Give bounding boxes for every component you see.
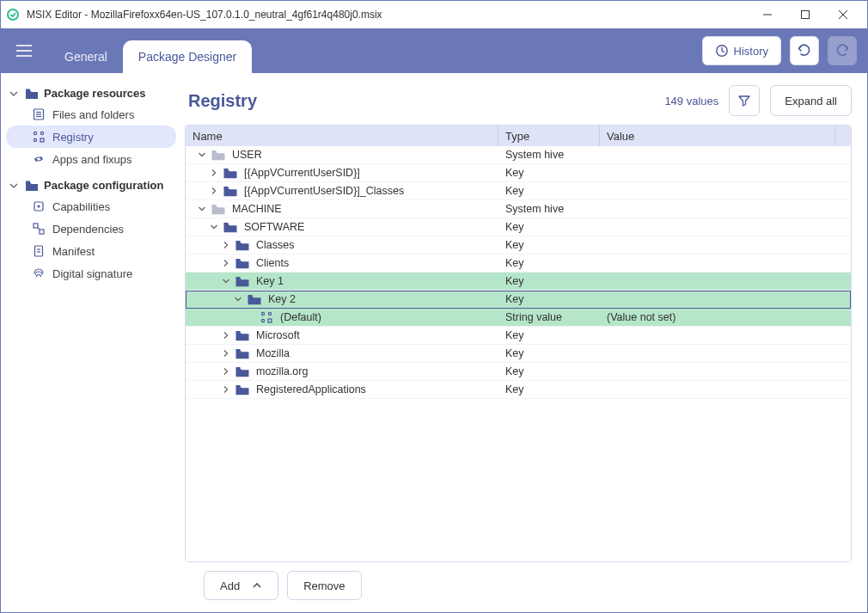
main: Registry 149 values Expand all Name Type… (181, 73, 867, 612)
folder-icon (211, 149, 225, 161)
table-row[interactable]: RegisteredApplicationsKey (186, 381, 851, 399)
folder-icon (211, 203, 225, 215)
cell-type: Key (498, 275, 600, 287)
table-row[interactable]: mozilla.orgKey (186, 363, 851, 381)
folder-icon (235, 383, 249, 395)
cell-name: (Default) (186, 311, 498, 323)
sidebar-item-dependencies[interactable]: Dependencies (6, 218, 176, 240)
registry-value-icon (260, 311, 273, 323)
row-label: Key 2 (268, 293, 296, 305)
chevron-down-icon[interactable] (232, 295, 244, 303)
column-name[interactable]: Name (186, 126, 498, 146)
column-type[interactable]: Type (498, 126, 600, 146)
folder-icon (248, 293, 261, 305)
sidebar-header-config[interactable]: Package configuration (6, 175, 176, 195)
table-row[interactable]: SOFTWAREKey (186, 218, 851, 236)
chevron-right-icon[interactable] (220, 259, 232, 267)
folder-icon (235, 365, 249, 377)
cell-type: String value (498, 311, 600, 323)
cell-type: Key (498, 293, 600, 305)
svg-rect-43 (236, 385, 241, 387)
svg-point-36 (261, 312, 264, 315)
close-button[interactable] (824, 3, 862, 27)
svg-rect-24 (35, 246, 43, 256)
sidebar-item-apps[interactable]: Apps and fixups (6, 148, 176, 170)
remove-button[interactable]: Remove (287, 571, 361, 600)
chevron-right-icon[interactable] (208, 169, 220, 177)
cell-type: System hive (498, 149, 600, 161)
registry-table: Name Type Value USERSystem hive[{AppVCur… (185, 125, 852, 562)
sidebar-header-resources[interactable]: Package resources (6, 83, 176, 103)
tab-package-designer[interactable]: Package Designer (123, 40, 252, 73)
table-row[interactable]: ClassesKey (186, 236, 851, 254)
clock-icon (715, 44, 729, 58)
maximize-button[interactable] (786, 3, 824, 27)
svg-point-38 (261, 319, 264, 322)
fingerprint-icon (32, 267, 46, 280)
table-row[interactable]: USERSystem hive (186, 146, 851, 164)
table-row[interactable]: [{AppVCurrentUserSID}]_ClassesKey (186, 182, 851, 200)
chevron-right-icon[interactable] (220, 241, 232, 249)
table-row[interactable]: MozillaKey (186, 345, 851, 363)
cell-name: RegisteredApplications (186, 383, 498, 395)
chevron-down-icon[interactable] (220, 277, 232, 285)
undo-button[interactable] (790, 36, 819, 65)
row-label: Mozilla (256, 347, 290, 359)
chevron-right-icon[interactable] (220, 367, 232, 376)
sidebar-item-files[interactable]: Files and folders (6, 103, 176, 126)
svg-rect-39 (268, 319, 272, 322)
cell-name: Clients (186, 257, 498, 269)
column-value[interactable]: Value (600, 126, 835, 146)
table-body[interactable]: USERSystem hive[{AppVCurrentUserSID}]Key… (186, 146, 851, 561)
chevron-right-icon[interactable] (220, 331, 232, 340)
row-label: (Default) (280, 311, 321, 323)
cell-type: Key (498, 239, 600, 251)
folder-icon (235, 239, 249, 251)
chevron-down-icon[interactable] (208, 223, 220, 231)
folder-icon (235, 329, 249, 341)
sidebar-item-signature[interactable]: Digital signature (6, 262, 176, 285)
add-button[interactable]: Add (204, 571, 278, 600)
chevron-down-icon[interactable] (196, 150, 208, 159)
cell-name: [{AppVCurrentUserSID}]_Classes (186, 185, 498, 197)
svg-rect-29 (224, 187, 229, 188)
svg-point-16 (34, 138, 36, 141)
hamburger-menu[interactable] (11, 38, 37, 64)
tab-general[interactable]: General (49, 40, 123, 73)
row-label: Clients (256, 257, 289, 269)
history-label: History (734, 45, 768, 58)
cell-name: Key 2 (186, 293, 498, 305)
filter-button[interactable] (729, 85, 760, 116)
svg-rect-42 (236, 367, 241, 369)
cell-name: SOFTWARE (186, 221, 498, 233)
chevron-down-icon (9, 89, 20, 98)
table-row[interactable]: MACHINESystem hive (186, 200, 851, 218)
table-row[interactable]: MicrosoftKey (186, 327, 851, 345)
svg-rect-33 (236, 259, 241, 261)
history-button[interactable]: History (702, 36, 781, 65)
chevron-right-icon[interactable] (220, 385, 232, 394)
svg-rect-34 (236, 277, 241, 279)
sidebar-item-capabilities[interactable]: Capabilities (6, 195, 176, 218)
app-icon (6, 8, 20, 21)
table-row[interactable]: (Default)String value(Value not set) (186, 309, 851, 327)
svg-rect-28 (224, 169, 229, 170)
chevron-down-icon (9, 181, 20, 190)
table-row[interactable]: Key 2Key (186, 291, 851, 309)
sidebar-item-registry[interactable]: Registry (6, 126, 176, 148)
minimize-button[interactable] (749, 3, 786, 27)
svg-point-14 (34, 132, 36, 134)
values-count: 149 values (664, 95, 718, 107)
chevron-right-icon[interactable] (208, 187, 220, 195)
chevron-right-icon[interactable] (220, 349, 232, 358)
window-title: MSIX Editor - MozillaFirefoxx64en-US_107… (27, 9, 749, 21)
sidebar-item-manifest[interactable]: Manifest (6, 240, 176, 262)
table-row[interactable]: ClientsKey (186, 254, 851, 273)
table-row[interactable]: [{AppVCurrentUserSID}]Key (186, 164, 851, 182)
expand-all-button[interactable]: Expand all (770, 85, 852, 116)
page-title: Registry (188, 91, 654, 111)
cell-name: mozilla.org (186, 365, 498, 377)
table-row[interactable]: Key 1Key (186, 273, 851, 291)
svg-rect-31 (224, 223, 229, 224)
chevron-down-icon[interactable] (196, 205, 208, 213)
